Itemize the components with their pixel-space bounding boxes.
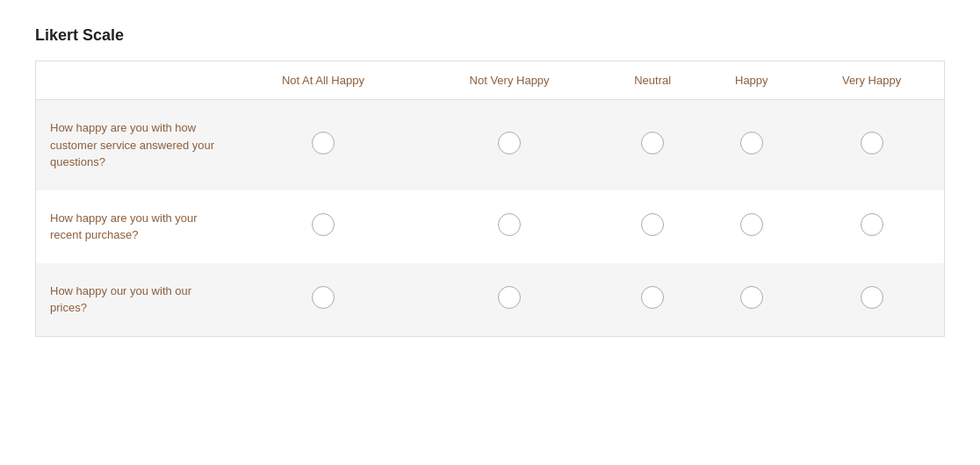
radio-very-happy-row2[interactable] bbox=[861, 286, 883, 309]
column-header-neutral: Neutral bbox=[602, 61, 704, 100]
radio-neutral-row2[interactable] bbox=[641, 286, 664, 309]
radio-not-very-happy-row1[interactable] bbox=[498, 213, 521, 236]
radio-happy-row1[interactable] bbox=[740, 213, 763, 236]
radio-happy-row2[interactable] bbox=[740, 286, 763, 309]
radio-cell-not-very-happy bbox=[417, 190, 601, 263]
column-header-happy: Happy bbox=[704, 61, 800, 100]
radio-cell-not-very-happy bbox=[417, 263, 601, 337]
radio-cell-happy bbox=[704, 190, 800, 263]
radio-cell-neutral bbox=[602, 263, 704, 337]
question-cell: How happy our you with our prices? bbox=[36, 263, 229, 337]
radio-cell-neutral bbox=[602, 100, 704, 190]
radio-not-very-happy-row2[interactable] bbox=[498, 286, 521, 309]
table-row: How happy are you with your recent purch… bbox=[36, 190, 945, 263]
radio-cell-not-at-all-happy bbox=[229, 100, 418, 190]
radio-very-happy-row0[interactable] bbox=[861, 132, 883, 154]
radio-cell-not-at-all-happy bbox=[229, 190, 418, 263]
question-cell: How happy are you with how customer serv… bbox=[36, 100, 229, 190]
column-header-not-at-all-happy: Not At All Happy bbox=[229, 61, 418, 100]
radio-cell-very-happy bbox=[799, 263, 944, 337]
likert-scale-table: Not At All Happy Not Very Happy Neutral … bbox=[35, 61, 945, 337]
radio-cell-not-at-all-happy bbox=[229, 263, 418, 337]
radio-very-happy-row1[interactable] bbox=[861, 213, 883, 236]
radio-neutral-row0[interactable] bbox=[641, 132, 664, 154]
radio-neutral-row1[interactable] bbox=[641, 213, 664, 236]
radio-cell-not-very-happy bbox=[417, 100, 601, 190]
question-cell: How happy are you with your recent purch… bbox=[36, 190, 229, 263]
radio-not-at-all-happy-row2[interactable] bbox=[312, 286, 335, 309]
radio-cell-neutral bbox=[602, 190, 704, 263]
radio-cell-happy bbox=[704, 100, 800, 190]
radio-cell-very-happy bbox=[799, 100, 944, 190]
column-header-label bbox=[36, 61, 229, 100]
radio-not-very-happy-row0[interactable] bbox=[498, 132, 521, 154]
table-row: How happy our you with our prices? bbox=[36, 263, 945, 337]
column-header-very-happy: Very Happy bbox=[799, 61, 944, 100]
radio-cell-happy bbox=[704, 263, 800, 337]
page-title: Likert Scale bbox=[35, 26, 945, 45]
radio-cell-very-happy bbox=[799, 190, 944, 263]
table-row: How happy are you with how customer serv… bbox=[36, 100, 945, 190]
radio-happy-row0[interactable] bbox=[740, 132, 763, 154]
radio-not-at-all-happy-row0[interactable] bbox=[312, 132, 335, 154]
radio-not-at-all-happy-row1[interactable] bbox=[312, 213, 335, 236]
table-header-row: Not At All Happy Not Very Happy Neutral … bbox=[36, 61, 945, 100]
column-header-not-very-happy: Not Very Happy bbox=[417, 61, 601, 100]
